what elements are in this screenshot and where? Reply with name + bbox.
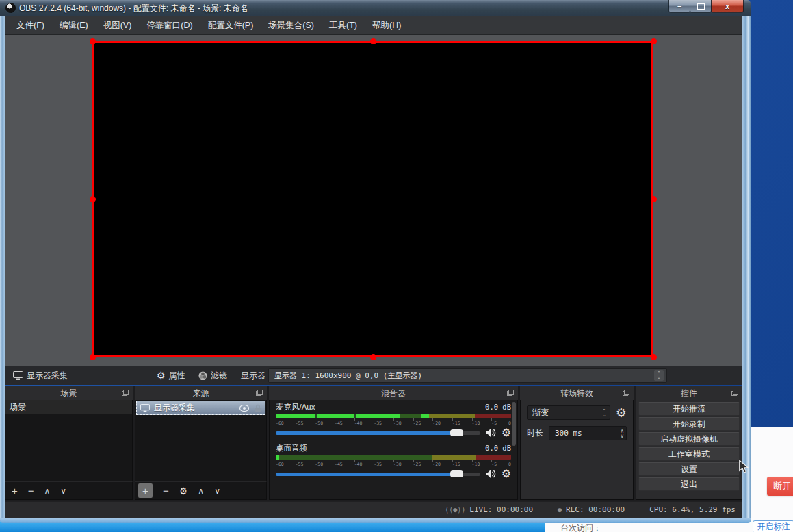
- remove-scene-button[interactable]: −: [28, 485, 34, 496]
- disconnect-button[interactable]: 断开: [767, 477, 793, 496]
- display-select-label: 显示器: [241, 366, 265, 385]
- selected-source: 显示器采集: [13, 366, 68, 385]
- maximize-icon: [697, 3, 705, 10]
- resize-handle-mid-right[interactable]: [651, 196, 657, 202]
- mixer-dock-title: 混音器: [381, 388, 406, 399]
- scenes-dock-header[interactable]: 场景: [5, 386, 133, 400]
- scenes-dock-title: 场景: [61, 388, 77, 399]
- sources-dock: 来源 显示器采集 + − ⚙ ∧ ∨: [135, 386, 267, 500]
- duration-input[interactable]: 300 ms ∧∨: [549, 426, 627, 440]
- duration-stepper-icon[interactable]: ∧∨: [620, 429, 624, 438]
- resize-handle-bottom-right[interactable]: [651, 354, 657, 360]
- window-border-right: [742, 16, 751, 518]
- transitions-dock-title: 转场特效: [560, 388, 593, 399]
- transitions-body: 渐变 ⌃⌄ ⚙ 时长 300 ms ∧∨: [520, 400, 634, 500]
- preview-canvas-source[interactable]: [92, 41, 653, 357]
- exit-button[interactable]: 退出: [638, 477, 740, 491]
- source-up-button[interactable]: ∧: [198, 486, 204, 496]
- filters-button[interactable]: 滤镜: [198, 366, 227, 385]
- broadcast-icon: ((●)): [445, 506, 465, 514]
- undock-icon[interactable]: [256, 390, 263, 396]
- menu-edit[interactable]: 编辑(E): [52, 16, 96, 34]
- mixer-dock-header[interactable]: 混音器: [269, 386, 518, 400]
- scene-list-item[interactable]: 场景: [5, 400, 132, 414]
- volume-slider[interactable]: [276, 470, 480, 477]
- scene-up-button[interactable]: ∧: [44, 486, 51, 496]
- sources-list[interactable]: 显示器采集: [135, 400, 267, 481]
- start-streaming-button[interactable]: 开始推流: [638, 402, 740, 416]
- window-border-left: [0, 16, 5, 518]
- mixer-scrollbar[interactable]: [512, 402, 516, 446]
- settings-button[interactable]: 设置: [638, 462, 740, 476]
- mixer-channel-desktop: 桌面音频 0.0 dB -60-55-50-45-40-35-30-25-20-…: [276, 443, 511, 480]
- menu-file[interactable]: 文件(F): [9, 16, 52, 34]
- maximize-button[interactable]: [690, 0, 712, 13]
- close-button[interactable]: x: [711, 0, 744, 13]
- volume-slider-handle[interactable]: [450, 470, 463, 477]
- studio-mode-button[interactable]: 工作室模式: [638, 447, 740, 461]
- duration-value: 300 ms: [555, 429, 582, 438]
- scenes-dock: 场景 场景 + − ∧ ∨: [5, 386, 133, 500]
- resize-handle-top-right[interactable]: [651, 38, 657, 44]
- add-source-button[interactable]: +: [138, 483, 153, 498]
- resize-handle-bottom-center[interactable]: [370, 354, 376, 360]
- add-scene-button[interactable]: +: [12, 485, 18, 496]
- controls-dock-header[interactable]: 控件: [636, 386, 742, 400]
- record-dot-icon: ●: [558, 506, 562, 514]
- menu-view[interactable]: 视图(V): [96, 16, 140, 34]
- disconnect-button-label: 断开: [773, 480, 791, 492]
- volume-slider[interactable]: [276, 429, 480, 436]
- source-properties-gear-icon[interactable]: ⚙: [179, 486, 188, 496]
- window-titlebar[interactable]: OBS 27.2.4 (64-bit, windows) - 配置文件: 未命名…: [0, 0, 751, 17]
- undock-icon[interactable]: [122, 390, 129, 396]
- volume-meter: [276, 414, 511, 418]
- resize-handle-mid-left[interactable]: [90, 196, 96, 202]
- selected-source-name: 显示器采集: [27, 370, 68, 382]
- source-item-name: 显示器采集: [154, 402, 195, 414]
- start-recording-button[interactable]: 开始录制: [638, 417, 740, 431]
- resize-handle-top-center[interactable]: [370, 38, 376, 44]
- annotate-button[interactable]: 开启标注: [753, 520, 793, 532]
- transitions-dock: 转场特效 渐变 ⌃⌄ ⚙ 时长 300 ms ∧∨: [520, 386, 634, 500]
- source-down-button[interactable]: ∨: [214, 486, 220, 496]
- display-select-value: 显示器 1: 1600x900 @ 0,0 (主显示器): [269, 371, 422, 381]
- properties-button[interactable]: ⚙ 属性: [157, 366, 185, 385]
- display-select-dropdown[interactable]: 显示器 1: 1600x900 @ 0,0 (主显示器) ⌃⌄: [268, 368, 667, 383]
- transitions-dock-header[interactable]: 转场特效: [520, 386, 634, 400]
- volume-slider-handle[interactable]: [450, 429, 463, 436]
- speaker-icon[interactable]: [485, 469, 497, 479]
- menu-tools[interactable]: 工具(T): [322, 16, 365, 34]
- menu-help[interactable]: 帮助(H): [365, 16, 408, 34]
- minimize-button[interactable]: –: [668, 0, 690, 13]
- start-virtual-camera-button[interactable]: 启动虚拟摄像机: [638, 432, 740, 446]
- window-border-bottom: [0, 518, 751, 523]
- transition-select-dropdown[interactable]: 渐变 ⌃⌄: [527, 405, 610, 420]
- menu-docks[interactable]: 停靠窗口(D): [139, 16, 200, 34]
- live-time: LIVE: 00:00:00: [469, 505, 533, 514]
- scene-down-button[interactable]: ∨: [60, 486, 66, 496]
- eye-visibility-icon[interactable]: [239, 405, 249, 412]
- speaker-icon[interactable]: [485, 428, 497, 438]
- monitor-icon: [13, 371, 23, 380]
- transition-settings-gear-icon[interactable]: ⚙: [616, 408, 627, 418]
- channel-settings-gear-icon[interactable]: ⚙: [502, 427, 511, 438]
- remove-source-button[interactable]: −: [163, 485, 169, 496]
- channel-settings-gear-icon[interactable]: ⚙: [502, 468, 511, 479]
- lock-icon[interactable]: [255, 404, 261, 412]
- menu-profile[interactable]: 配置文件(P): [200, 16, 261, 34]
- sources-dock-header[interactable]: 来源: [135, 386, 267, 400]
- audio-mixer-dock: 混音器 麦克风/Aux 0.0 dB -60-55-50-45-40-35-30…: [269, 386, 518, 500]
- mixer-menu-icon[interactable]: [507, 390, 514, 396]
- resize-handle-bottom-left[interactable]: [90, 354, 96, 360]
- scenes-list[interactable]: 场景: [5, 400, 133, 481]
- mouse-cursor: [738, 460, 750, 473]
- status-bar: ((●)) LIVE: 00:00:00 ● REC: 00:00:00 CPU…: [5, 501, 742, 518]
- undock-icon[interactable]: [623, 390, 629, 396]
- source-list-item-selected[interactable]: 显示器采集: [136, 401, 265, 415]
- resize-handle-top-left[interactable]: [90, 38, 96, 44]
- menu-scene-collection[interactable]: 场景集合(S): [261, 16, 322, 34]
- dropdown-spinner-icon[interactable]: ⌃⌄: [654, 370, 664, 381]
- meter-tick-labels: -60-55-50-45-40-35-30-25-20-15-10-50: [276, 421, 511, 426]
- undock-icon[interactable]: [731, 390, 738, 396]
- mixer-body: 麦克风/Aux 0.0 dB -60-55-50-45-40-35-30-25-…: [269, 400, 518, 500]
